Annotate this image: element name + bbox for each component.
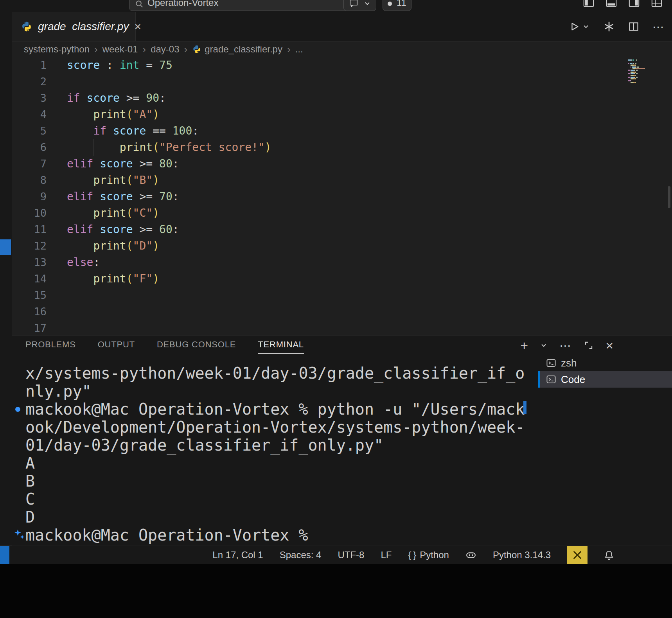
new-terminal-icon[interactable]: + xyxy=(520,339,528,352)
indent-guide-icon xyxy=(67,205,93,221)
terminal-list: zshCode xyxy=(538,355,672,388)
panel-more-icon[interactable]: ⋯ xyxy=(559,339,572,352)
panel: PROBLEMSOUTPUTDEBUG CONSOLETERMINAL + ⋯ … xyxy=(12,336,672,546)
panel-tab-terminal[interactable]: TERMINAL xyxy=(258,336,304,354)
indent-guide-icon xyxy=(67,106,93,123)
code-line[interactable]: 4print("A") xyxy=(12,106,672,123)
chevron-right-icon: › xyxy=(142,43,146,56)
command-decoration-icon[interactable] xyxy=(15,407,20,412)
line-number: 15 xyxy=(12,287,47,304)
editor-scrollbar[interactable] xyxy=(668,186,670,208)
customize-layout-icon[interactable] xyxy=(651,0,663,9)
close-panel-icon[interactable]: × xyxy=(606,339,613,352)
comment-icon xyxy=(349,0,359,8)
chatgpt-icon[interactable] xyxy=(603,21,615,32)
breadcrumb-label: day-03 xyxy=(151,44,179,55)
status-indentation[interactable]: Spaces: 4 xyxy=(280,550,322,561)
panel-tabs: PROBLEMSOUTPUTDEBUG CONSOLETERMINAL xyxy=(25,336,304,355)
breadcrumb-item[interactable]: day-03 xyxy=(151,44,179,55)
tab-label: grade_classifier.py xyxy=(38,20,129,33)
status-items: Ln 17, Col 1Spaces: 4UTF-8LF{ }PythonPyt… xyxy=(212,546,614,564)
panel-tab-debug-console[interactable]: DEBUG CONSOLE xyxy=(157,336,236,354)
code-line[interactable]: 5if score == 100: xyxy=(12,123,672,139)
indent-guide-icon xyxy=(67,238,93,254)
status-label: Python 3.14.3 xyxy=(493,550,551,561)
code-line[interactable]: 7elif score >= 80: xyxy=(12,156,672,172)
braces-icon: { } xyxy=(408,550,416,561)
run-chevron-icon xyxy=(582,23,590,31)
status-copilot[interactable] xyxy=(465,550,476,561)
breadcrumb-item[interactable]: systems-python xyxy=(24,44,90,55)
terminal-line: D xyxy=(25,508,672,526)
status-extension-badge[interactable] xyxy=(567,546,588,564)
code-line[interactable]: 6print("Perfect score!") xyxy=(12,139,672,156)
terminal-line: mackook@Mac Operation-Vortex % python -u… xyxy=(25,400,672,418)
status-pill[interactable]: 11 xyxy=(383,0,411,11)
close-tab-icon[interactable]: × xyxy=(134,21,141,32)
status-label: UTF-8 xyxy=(338,550,364,561)
status-language-mode[interactable]: { }Python xyxy=(408,550,449,561)
terminal-line: ook/Development/Operation-Vortex/systems… xyxy=(25,418,672,436)
code-line[interactable]: 9elif score >= 70: xyxy=(12,189,672,205)
line-number: 3 xyxy=(12,90,47,106)
command-center-search[interactable]: Operation-Vortex xyxy=(129,0,348,11)
code-line[interactable]: 2 xyxy=(12,74,672,90)
editor[interactable]: 1score : int = 7523if score >= 90:4print… xyxy=(12,57,672,336)
code-line[interactable]: 10print("C") xyxy=(12,205,672,221)
code-line[interactable]: 17 xyxy=(12,320,672,336)
breadcrumb-item[interactable]: grade_classifier.py xyxy=(192,44,282,55)
minimap[interactable] xyxy=(628,59,661,89)
editor-actions: ⋯ xyxy=(569,12,665,41)
toggle-secondary-sidebar-icon[interactable] xyxy=(628,0,640,9)
panel-actions: + ⋯ × xyxy=(520,336,613,355)
panel-tab-problems[interactable]: PROBLEMS xyxy=(25,336,76,354)
breadcrumb-label: grade_classifier.py xyxy=(205,44,282,55)
status-encoding[interactable]: UTF-8 xyxy=(338,550,364,561)
panel-tab-output[interactable]: OUTPUT xyxy=(98,336,135,354)
code-line[interactable]: 16 xyxy=(12,304,672,320)
code-line[interactable]: 13else: xyxy=(12,254,672,271)
copilot-icon xyxy=(465,550,476,561)
split-editor-icon[interactable] xyxy=(628,21,639,32)
terminal-tab-code[interactable]: Code xyxy=(538,371,672,388)
layout-controls xyxy=(583,0,663,9)
pill-count: 11 xyxy=(397,0,406,8)
code-line[interactable]: 8print("B") xyxy=(12,172,672,189)
code-line[interactable]: 11elif score >= 60: xyxy=(12,221,672,238)
run-button[interactable] xyxy=(569,21,590,32)
search-text: Operation-Vortex xyxy=(147,0,218,8)
code-line[interactable]: 12print("D") xyxy=(12,238,672,254)
code-line[interactable]: 14print("F") xyxy=(12,271,672,287)
code-line[interactable]: 15 xyxy=(12,287,672,304)
status-eol[interactable]: LF xyxy=(381,550,392,561)
terminal-line: C xyxy=(25,490,672,508)
tab-grade-classifier[interactable]: grade_classifier.py × xyxy=(12,12,136,41)
breadcrumb-label: ... xyxy=(295,44,303,55)
remote-indicator[interactable] xyxy=(0,546,9,564)
maximize-panel-icon[interactable] xyxy=(584,340,594,350)
toggle-primary-sidebar-icon[interactable] xyxy=(583,0,595,9)
panel-header: PROBLEMSOUTPUTDEBUG CONSOLETERMINAL + ⋯ … xyxy=(12,336,672,355)
toggle-panel-icon[interactable] xyxy=(606,0,617,9)
code-line[interactable]: 1score : int = 75 xyxy=(12,57,672,74)
terminal-text: C xyxy=(25,490,35,508)
breadcrumb-item[interactable]: ... xyxy=(295,44,303,55)
status-cursor-position[interactable]: Ln 17, Col 1 xyxy=(212,550,263,561)
chat-control[interactable] xyxy=(343,0,376,11)
terminal-tab-zsh[interactable]: zsh xyxy=(538,355,672,371)
line-number: 7 xyxy=(12,156,47,172)
indent-guide-icon xyxy=(67,271,93,287)
status-python-interpreter[interactable]: Python 3.14.3 xyxy=(493,550,551,561)
line-number: 6 xyxy=(12,139,47,156)
more-actions-icon[interactable]: ⋯ xyxy=(652,20,665,34)
status-notifications[interactable] xyxy=(604,550,614,560)
terminal-text: D xyxy=(25,508,35,526)
code-line[interactable]: 3if score >= 90: xyxy=(12,90,672,106)
chevron-right-icon: › xyxy=(94,43,98,56)
terminal-text: mackook@Mac Operation-Vortex % python -u… xyxy=(25,400,525,418)
chevron-right-icon: › xyxy=(287,43,291,56)
line-number: 9 xyxy=(12,189,47,205)
breadcrumb-item[interactable]: week-01 xyxy=(102,44,138,55)
sparkle-icon[interactable] xyxy=(14,529,25,541)
terminal-profile-chevron-icon[interactable] xyxy=(540,341,548,349)
